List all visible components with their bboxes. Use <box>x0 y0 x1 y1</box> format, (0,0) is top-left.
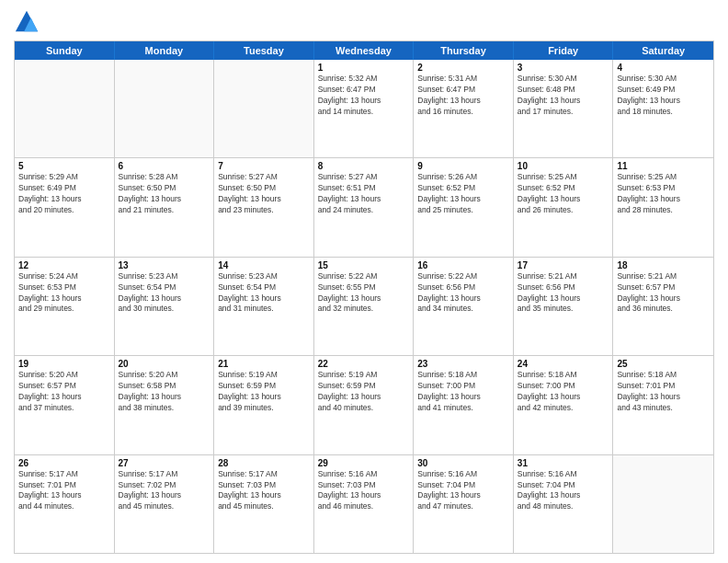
day-info: Sunrise: 5:20 AM Sunset: 6:57 PM Dayligh… <box>18 370 110 414</box>
calendar-week-1: 5Sunrise: 5:29 AM Sunset: 6:49 PM Daylig… <box>15 158 713 257</box>
day-number: 3 <box>518 63 609 73</box>
logo <box>14 9 43 35</box>
day-number: 7 <box>218 161 310 171</box>
calendar-day-22: 22Sunrise: 5:19 AM Sunset: 6:59 PM Dayli… <box>314 356 415 454</box>
calendar-day-30: 30Sunrise: 5:16 AM Sunset: 7:04 PM Dayli… <box>414 455 514 553</box>
day-info: Sunrise: 5:17 AM Sunset: 7:03 PM Dayligh… <box>218 469 310 513</box>
day-number: 24 <box>518 359 609 369</box>
day-number: 11 <box>617 161 710 171</box>
calendar: SundayMondayTuesdayWednesdayThursdayFrid… <box>14 40 714 554</box>
day-number: 4 <box>617 63 710 73</box>
calendar-day-19: 19Sunrise: 5:20 AM Sunset: 6:57 PM Dayli… <box>15 356 115 454</box>
day-info: Sunrise: 5:22 AM Sunset: 6:55 PM Dayligh… <box>318 271 410 316</box>
calendar-day-28: 28Sunrise: 5:17 AM Sunset: 7:03 PM Dayli… <box>214 455 314 553</box>
day-info: Sunrise: 5:22 AM Sunset: 6:56 PM Dayligh… <box>417 271 509 316</box>
day-info: Sunrise: 5:18 AM Sunset: 7:00 PM Dayligh… <box>417 370 509 414</box>
day-number: 23 <box>417 359 509 369</box>
calendar-day-9: 9Sunrise: 5:26 AM Sunset: 6:52 PM Daylig… <box>414 158 514 256</box>
day-info: Sunrise: 5:23 AM Sunset: 6:54 PM Dayligh… <box>119 271 210 316</box>
day-number: 15 <box>318 260 410 270</box>
day-number: 17 <box>518 260 609 270</box>
day-number: 16 <box>417 260 509 270</box>
calendar-day-13: 13Sunrise: 5:23 AM Sunset: 6:54 PM Dayli… <box>115 258 215 355</box>
calendar-week-3: 19Sunrise: 5:20 AM Sunset: 6:57 PM Dayli… <box>15 356 713 454</box>
day-number: 6 <box>119 161 210 171</box>
day-info: Sunrise: 5:16 AM Sunset: 7:04 PM Dayligh… <box>518 469 609 513</box>
header-cell-thursday: Thursday <box>414 41 514 60</box>
day-info: Sunrise: 5:25 AM Sunset: 6:52 PM Dayligh… <box>518 172 609 216</box>
calendar-day-15: 15Sunrise: 5:22 AM Sunset: 6:55 PM Dayli… <box>314 258 415 355</box>
logo-icon <box>14 9 40 35</box>
calendar-day-5: 5Sunrise: 5:29 AM Sunset: 6:49 PM Daylig… <box>15 158 115 256</box>
day-number: 14 <box>218 260 310 270</box>
calendar-day-10: 10Sunrise: 5:25 AM Sunset: 6:52 PM Dayli… <box>514 158 614 256</box>
calendar-week-2: 12Sunrise: 5:24 AM Sunset: 6:53 PM Dayli… <box>15 258 713 356</box>
calendar-day-24: 24Sunrise: 5:18 AM Sunset: 7:00 PM Dayli… <box>514 356 614 454</box>
calendar-header: SundayMondayTuesdayWednesdayThursdayFrid… <box>15 41 713 60</box>
day-info: Sunrise: 5:17 AM Sunset: 7:02 PM Dayligh… <box>119 469 210 513</box>
calendar-day-20: 20Sunrise: 5:20 AM Sunset: 6:58 PM Dayli… <box>115 356 215 454</box>
day-info: Sunrise: 5:20 AM Sunset: 6:58 PM Dayligh… <box>119 370 210 414</box>
calendar-day-8: 8Sunrise: 5:27 AM Sunset: 6:51 PM Daylig… <box>314 158 415 256</box>
day-info: Sunrise: 5:23 AM Sunset: 6:54 PM Dayligh… <box>218 271 310 316</box>
header <box>14 9 714 35</box>
calendar-week-4: 26Sunrise: 5:17 AM Sunset: 7:01 PM Dayli… <box>15 455 713 553</box>
calendar-day-16: 16Sunrise: 5:22 AM Sunset: 6:56 PM Dayli… <box>414 258 514 355</box>
day-info: Sunrise: 5:30 AM Sunset: 6:49 PM Dayligh… <box>617 74 710 118</box>
day-info: Sunrise: 5:27 AM Sunset: 6:50 PM Dayligh… <box>218 172 310 216</box>
calendar-day-21: 21Sunrise: 5:19 AM Sunset: 6:59 PM Dayli… <box>214 356 314 454</box>
day-info: Sunrise: 5:19 AM Sunset: 6:59 PM Dayligh… <box>318 370 410 414</box>
day-number: 1 <box>318 63 410 73</box>
day-number: 10 <box>518 161 609 171</box>
calendar-day-6: 6Sunrise: 5:28 AM Sunset: 6:50 PM Daylig… <box>115 158 215 256</box>
day-number: 27 <box>119 458 210 468</box>
day-info: Sunrise: 5:21 AM Sunset: 6:57 PM Dayligh… <box>617 271 710 316</box>
day-info: Sunrise: 5:27 AM Sunset: 6:51 PM Dayligh… <box>318 172 410 216</box>
calendar-day-1: 1Sunrise: 5:32 AM Sunset: 6:47 PM Daylig… <box>314 60 415 157</box>
day-info: Sunrise: 5:16 AM Sunset: 7:03 PM Dayligh… <box>318 469 410 513</box>
page: SundayMondayTuesdayWednesdayThursdayFrid… <box>0 0 728 563</box>
calendar-day-7: 7Sunrise: 5:27 AM Sunset: 6:50 PM Daylig… <box>214 158 314 256</box>
day-info: Sunrise: 5:24 AM Sunset: 6:53 PM Dayligh… <box>18 271 110 316</box>
header-cell-monday: Monday <box>115 41 215 60</box>
header-cell-tuesday: Tuesday <box>214 41 314 60</box>
day-number: 9 <box>417 161 509 171</box>
calendar-day-3: 3Sunrise: 5:30 AM Sunset: 6:48 PM Daylig… <box>514 60 614 157</box>
day-info: Sunrise: 5:30 AM Sunset: 6:48 PM Dayligh… <box>518 74 609 118</box>
day-number: 19 <box>18 359 110 369</box>
calendar-day-26: 26Sunrise: 5:17 AM Sunset: 7:01 PM Dayli… <box>15 455 115 553</box>
day-number: 29 <box>318 458 410 468</box>
calendar-empty <box>15 60 115 157</box>
calendar-day-14: 14Sunrise: 5:23 AM Sunset: 6:54 PM Dayli… <box>214 258 314 355</box>
day-number: 20 <box>119 359 210 369</box>
header-cell-saturday: Saturday <box>613 41 713 60</box>
day-number: 28 <box>218 458 310 468</box>
calendar-day-4: 4Sunrise: 5:30 AM Sunset: 6:49 PM Daylig… <box>613 60 713 157</box>
day-number: 22 <box>318 359 410 369</box>
header-cell-wednesday: Wednesday <box>314 41 415 60</box>
header-cell-sunday: Sunday <box>15 41 115 60</box>
calendar-day-25: 25Sunrise: 5:18 AM Sunset: 7:01 PM Dayli… <box>613 356 713 454</box>
day-number: 12 <box>18 260 110 270</box>
calendar-day-12: 12Sunrise: 5:24 AM Sunset: 6:53 PM Dayli… <box>15 258 115 355</box>
day-number: 18 <box>617 260 710 270</box>
calendar-empty <box>214 60 314 157</box>
header-cell-friday: Friday <box>514 41 614 60</box>
day-info: Sunrise: 5:31 AM Sunset: 6:47 PM Dayligh… <box>417 74 509 118</box>
day-info: Sunrise: 5:17 AM Sunset: 7:01 PM Dayligh… <box>18 469 110 513</box>
calendar-day-27: 27Sunrise: 5:17 AM Sunset: 7:02 PM Dayli… <box>115 455 215 553</box>
day-info: Sunrise: 5:29 AM Sunset: 6:49 PM Dayligh… <box>18 172 110 216</box>
day-info: Sunrise: 5:26 AM Sunset: 6:52 PM Dayligh… <box>417 172 509 216</box>
day-number: 8 <box>318 161 410 171</box>
day-info: Sunrise: 5:21 AM Sunset: 6:56 PM Dayligh… <box>518 271 609 316</box>
calendar-body: 1Sunrise: 5:32 AM Sunset: 6:47 PM Daylig… <box>15 60 713 553</box>
calendar-day-17: 17Sunrise: 5:21 AM Sunset: 6:56 PM Dayli… <box>514 258 614 355</box>
calendar-day-2: 2Sunrise: 5:31 AM Sunset: 6:47 PM Daylig… <box>414 60 514 157</box>
calendar-day-23: 23Sunrise: 5:18 AM Sunset: 7:00 PM Dayli… <box>414 356 514 454</box>
day-info: Sunrise: 5:18 AM Sunset: 7:00 PM Dayligh… <box>518 370 609 414</box>
day-number: 21 <box>218 359 310 369</box>
day-number: 2 <box>417 63 509 73</box>
day-info: Sunrise: 5:18 AM Sunset: 7:01 PM Dayligh… <box>617 370 710 414</box>
day-info: Sunrise: 5:16 AM Sunset: 7:04 PM Dayligh… <box>417 469 509 513</box>
day-info: Sunrise: 5:25 AM Sunset: 6:53 PM Dayligh… <box>617 172 710 216</box>
